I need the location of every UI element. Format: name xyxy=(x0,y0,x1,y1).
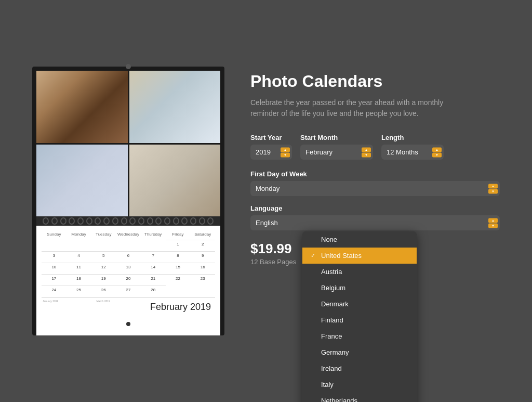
dropdown-item-netherlands[interactable]: Netherlands xyxy=(302,393,417,402)
dropdown-label-6: France xyxy=(321,332,342,340)
language-select[interactable]: English ▲ ▼ xyxy=(250,215,500,230)
start-year-up-arrow[interactable]: ▲ xyxy=(281,147,290,152)
dropdown-item-germany[interactable]: Germany xyxy=(302,344,417,360)
cal-header-mon: Monday xyxy=(66,231,91,238)
length-label: Length xyxy=(381,134,444,141)
cal-day-13: 13 xyxy=(116,263,141,274)
page-description: Celebrate the year passed or the year ah… xyxy=(250,97,474,119)
dropdown-item-france[interactable]: France xyxy=(302,328,417,344)
cal-day-17: 17 xyxy=(42,274,66,286)
cal-day-1: 1 xyxy=(166,240,191,251)
cal-day-empty-3 xyxy=(116,240,141,251)
start-year-value: 2019 xyxy=(256,148,271,156)
start-year-select[interactable]: 2019 ▲ ▼ xyxy=(250,145,292,160)
cal-header-sat: Saturday xyxy=(190,231,215,238)
photo-top-right xyxy=(129,71,221,143)
length-select[interactable]: 12 Months ▲ ▼ xyxy=(381,145,444,160)
cal-header-fri: Friday xyxy=(166,231,191,238)
language-section: Language English ▲ ▼ None✓United StatesA… xyxy=(250,204,500,230)
cal-header-thu: Thursday xyxy=(141,231,166,238)
cal-day-14: 14 xyxy=(141,263,166,274)
dropdown-label-2: Austria xyxy=(321,268,342,276)
start-month-group: Start Month February ▲ ▼ xyxy=(300,134,373,160)
right-panel: Photo Calendars Celebrate the year passe… xyxy=(250,67,500,266)
cal-mini-jan: January 2019 xyxy=(43,300,84,316)
dropdown-label-1: United States xyxy=(321,252,362,260)
dropdown-label-8: Ireland xyxy=(321,365,342,372)
dropdown-label-4: Denmark xyxy=(321,300,349,308)
length-group: Length 12 Months ▲ ▼ xyxy=(381,134,444,160)
dropdown-item-denmark[interactable]: Denmark xyxy=(302,296,417,312)
cal-day-empty-2 xyxy=(91,240,116,251)
length-down-arrow[interactable]: ▼ xyxy=(432,152,442,157)
dropdown-item-austria[interactable]: Austria xyxy=(302,264,417,280)
dropdown-label-9: Italy xyxy=(321,381,334,388)
calendar-header: Sunday Monday Tuesday Wednesday Thursday… xyxy=(42,231,215,238)
dropdown-item-ireland[interactable]: Ireland xyxy=(302,360,417,377)
start-month-label: Start Month xyxy=(300,134,373,141)
first-day-select[interactable]: Monday ▲ ▼ xyxy=(250,181,500,196)
dropdown-label-5: Finland xyxy=(321,316,343,324)
cal-day-empty-1 xyxy=(66,240,91,251)
start-year-label: Start Year xyxy=(250,134,292,141)
first-day-group: First Day of Week Monday ▲ ▼ xyxy=(250,170,500,196)
calendar-month-label: February 2019 xyxy=(150,300,214,316)
page-dot xyxy=(126,322,130,326)
dropdown-item-finland[interactable]: Finland xyxy=(302,312,417,328)
cal-day-18: 18 xyxy=(66,274,91,286)
language-down-arrow[interactable]: ▼ xyxy=(488,223,498,228)
dropdown-item-none[interactable]: None xyxy=(302,231,417,248)
dropdown-item-united-states[interactable]: ✓United States xyxy=(302,248,417,264)
cal-mini-mar: March 2019 xyxy=(96,300,138,316)
start-year-arrows: ▲ ▼ xyxy=(281,147,290,157)
length-value: 12 Months xyxy=(387,148,418,156)
photo-bottom-left xyxy=(36,145,128,217)
start-month-down-arrow[interactable]: ▼ xyxy=(362,152,371,157)
dropdown-item-italy[interactable]: Italy xyxy=(302,377,417,393)
cal-day-empty-34 xyxy=(190,286,215,297)
first-day-up-arrow[interactable]: ▲ xyxy=(488,184,498,188)
start-month-up-arrow[interactable]: ▲ xyxy=(362,147,371,152)
cal-header-sun: Sunday xyxy=(42,231,66,238)
cal-header-tue: Tuesday xyxy=(91,231,116,238)
cal-day-8: 8 xyxy=(166,251,191,263)
cal-day-16: 16 xyxy=(190,263,215,274)
start-month-arrows: ▲ ▼ xyxy=(362,147,371,157)
calendar-mini-bottom: January 2019 March 2019 February 2019 xyxy=(42,297,215,317)
language-up-arrow[interactable]: ▲ xyxy=(488,218,498,223)
cal-header-wed: Wednesday xyxy=(116,231,141,238)
cal-day-11: 11 xyxy=(66,263,91,274)
cal-day-28: 28 xyxy=(141,286,166,297)
photo-grid xyxy=(36,71,220,216)
length-up-arrow[interactable]: ▲ xyxy=(432,147,442,152)
cal-day-27: 27 xyxy=(116,286,141,297)
date-form-row: Start Year 2019 ▲ ▼ Start Month February… xyxy=(250,134,500,160)
country-dropdown-list: None✓United StatesAustriaBelgiumDenmarkF… xyxy=(302,231,417,402)
language-arrows: ▲ ▼ xyxy=(488,218,498,228)
page-title: Photo Calendars xyxy=(250,72,500,91)
cal-day-2: 2 xyxy=(190,240,215,251)
first-day-value: Monday xyxy=(256,185,280,192)
cal-day-3: 3 xyxy=(42,251,66,263)
start-month-value: February xyxy=(305,148,332,156)
dropdown-label-7: Germany xyxy=(321,348,349,356)
country-dropdown: None✓United StatesAustriaBelgiumDenmarkF… xyxy=(302,231,417,402)
first-day-section: First Day of Week Monday ▲ ▼ xyxy=(250,170,500,196)
language-group: Language English ▲ ▼ xyxy=(250,204,500,230)
start-year-down-arrow[interactable]: ▼ xyxy=(281,152,290,157)
cal-day-19: 19 xyxy=(91,274,116,286)
dropdown-label-10: Netherlands xyxy=(321,397,357,402)
cal-day-25: 25 xyxy=(66,286,91,297)
start-month-select[interactable]: February ▲ ▼ xyxy=(300,145,373,160)
language-label: Language xyxy=(250,204,500,212)
cal-day-21: 21 xyxy=(141,274,166,286)
photo-top-left xyxy=(36,71,128,143)
spiral-binding xyxy=(36,216,220,226)
dropdown-label-3: Belgium xyxy=(321,284,345,292)
cal-day-6: 6 xyxy=(116,251,141,263)
start-year-group: Start Year 2019 ▲ ▼ xyxy=(250,134,292,160)
cal-day-10: 10 xyxy=(42,263,66,274)
dropdown-item-belgium[interactable]: Belgium xyxy=(302,280,417,296)
first-day-down-arrow[interactable]: ▼ xyxy=(488,189,498,193)
cal-day-26: 26 xyxy=(91,286,116,297)
